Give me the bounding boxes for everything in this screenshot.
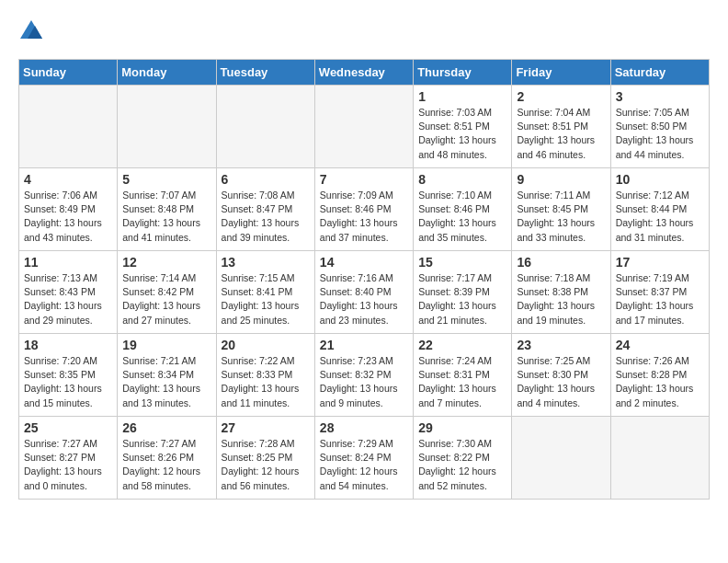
day-info: Sunrise: 7:14 AM Sunset: 8:42 PM Dayligh… bbox=[122, 271, 210, 327]
calendar-cell: 25Sunrise: 7:27 AM Sunset: 8:27 PM Dayli… bbox=[19, 417, 118, 500]
day-number: 16 bbox=[517, 255, 605, 270]
day-info: Sunrise: 7:10 AM Sunset: 8:46 PM Dayligh… bbox=[418, 189, 506, 245]
day-info: Sunrise: 7:09 AM Sunset: 8:46 PM Dayligh… bbox=[320, 189, 408, 245]
calendar-week-1: 1Sunrise: 7:03 AM Sunset: 8:51 PM Daylig… bbox=[19, 86, 710, 168]
calendar-cell: 16Sunrise: 7:18 AM Sunset: 8:38 PM Dayli… bbox=[512, 251, 610, 334]
day-number: 24 bbox=[616, 338, 704, 352]
calendar-cell: 1Sunrise: 7:03 AM Sunset: 8:51 PM Daylig… bbox=[414, 86, 512, 168]
day-info: Sunrise: 7:26 AM Sunset: 8:28 PM Dayligh… bbox=[616, 354, 704, 410]
day-info: Sunrise: 7:27 AM Sunset: 8:27 PM Dayligh… bbox=[24, 437, 112, 493]
weekday-tuesday: Tuesday bbox=[216, 60, 314, 86]
calendar-cell: 22Sunrise: 7:24 AM Sunset: 8:31 PM Dayli… bbox=[414, 334, 512, 417]
calendar-cell bbox=[118, 86, 216, 168]
calendar-cell: 12Sunrise: 7:14 AM Sunset: 8:42 PM Dayli… bbox=[118, 251, 216, 334]
day-info: Sunrise: 7:28 AM Sunset: 8:25 PM Dayligh… bbox=[222, 437, 310, 493]
calendar-cell: 20Sunrise: 7:22 AM Sunset: 8:33 PM Dayli… bbox=[216, 334, 314, 417]
day-number: 21 bbox=[320, 338, 408, 352]
weekday-sunday: Sunday bbox=[19, 60, 118, 86]
weekday-friday: Friday bbox=[512, 60, 610, 86]
calendar-week-3: 11Sunrise: 7:13 AM Sunset: 8:43 PM Dayli… bbox=[19, 251, 710, 334]
calendar-cell bbox=[19, 86, 118, 168]
day-info: Sunrise: 7:06 AM Sunset: 8:49 PM Dayligh… bbox=[24, 189, 112, 245]
day-number: 28 bbox=[320, 420, 408, 435]
calendar-cell: 9Sunrise: 7:11 AM Sunset: 8:45 PM Daylig… bbox=[512, 168, 610, 251]
day-info: Sunrise: 7:17 AM Sunset: 8:39 PM Dayligh… bbox=[418, 271, 506, 327]
day-number: 23 bbox=[517, 338, 605, 352]
calendar-cell: 4Sunrise: 7:06 AM Sunset: 8:49 PM Daylig… bbox=[19, 168, 118, 251]
day-info: Sunrise: 7:30 AM Sunset: 8:22 PM Dayligh… bbox=[418, 437, 506, 493]
day-number: 1 bbox=[418, 89, 506, 104]
weekday-saturday: Saturday bbox=[610, 60, 709, 86]
day-number: 15 bbox=[418, 255, 506, 270]
calendar-cell: 27Sunrise: 7:28 AM Sunset: 8:25 PM Dayli… bbox=[216, 417, 314, 500]
calendar-cell: 19Sunrise: 7:21 AM Sunset: 8:34 PM Dayli… bbox=[118, 334, 216, 417]
calendar-cell: 23Sunrise: 7:25 AM Sunset: 8:30 PM Dayli… bbox=[512, 334, 610, 417]
day-info: Sunrise: 7:11 AM Sunset: 8:45 PM Dayligh… bbox=[517, 189, 605, 245]
calendar-cell bbox=[512, 417, 610, 500]
calendar-cell: 3Sunrise: 7:05 AM Sunset: 8:50 PM Daylig… bbox=[610, 86, 709, 168]
day-number: 8 bbox=[418, 172, 506, 187]
calendar-cell: 5Sunrise: 7:07 AM Sunset: 8:48 PM Daylig… bbox=[118, 168, 216, 251]
calendar-cell: 28Sunrise: 7:29 AM Sunset: 8:24 PM Dayli… bbox=[314, 417, 413, 500]
day-number: 20 bbox=[222, 338, 310, 352]
calendar-week-2: 4Sunrise: 7:06 AM Sunset: 8:49 PM Daylig… bbox=[19, 168, 710, 251]
day-number: 6 bbox=[222, 172, 310, 187]
calendar-cell: 14Sunrise: 7:16 AM Sunset: 8:40 PM Dayli… bbox=[314, 251, 413, 334]
day-info: Sunrise: 7:19 AM Sunset: 8:37 PM Dayligh… bbox=[616, 271, 704, 327]
day-number: 3 bbox=[616, 89, 704, 104]
calendar-cell: 26Sunrise: 7:27 AM Sunset: 8:26 PM Dayli… bbox=[118, 417, 216, 500]
logo bbox=[18, 18, 48, 44]
logo-icon bbox=[18, 18, 44, 44]
calendar-cell bbox=[610, 417, 709, 500]
calendar-cell bbox=[314, 86, 413, 168]
calendar-cell: 24Sunrise: 7:26 AM Sunset: 8:28 PM Dayli… bbox=[610, 334, 709, 417]
calendar-cell bbox=[216, 86, 314, 168]
day-number: 12 bbox=[122, 255, 210, 270]
day-number: 13 bbox=[222, 255, 310, 270]
day-number: 11 bbox=[24, 255, 112, 270]
day-number: 17 bbox=[616, 255, 704, 270]
day-info: Sunrise: 7:16 AM Sunset: 8:40 PM Dayligh… bbox=[320, 271, 408, 327]
day-info: Sunrise: 7:05 AM Sunset: 8:50 PM Dayligh… bbox=[616, 106, 704, 162]
calendar-cell: 11Sunrise: 7:13 AM Sunset: 8:43 PM Dayli… bbox=[19, 251, 118, 334]
day-info: Sunrise: 7:29 AM Sunset: 8:24 PM Dayligh… bbox=[320, 437, 408, 493]
day-number: 18 bbox=[24, 338, 112, 352]
day-number: 26 bbox=[122, 420, 210, 435]
day-number: 10 bbox=[616, 172, 704, 187]
calendar-cell: 10Sunrise: 7:12 AM Sunset: 8:44 PM Dayli… bbox=[610, 168, 709, 251]
day-info: Sunrise: 7:25 AM Sunset: 8:30 PM Dayligh… bbox=[517, 354, 605, 410]
calendar-week-4: 18Sunrise: 7:20 AM Sunset: 8:35 PM Dayli… bbox=[19, 334, 710, 417]
calendar-cell: 2Sunrise: 7:04 AM Sunset: 8:51 PM Daylig… bbox=[512, 86, 610, 168]
day-number: 4 bbox=[24, 172, 112, 187]
calendar-cell: 15Sunrise: 7:17 AM Sunset: 8:39 PM Dayli… bbox=[414, 251, 512, 334]
calendar-cell: 6Sunrise: 7:08 AM Sunset: 8:47 PM Daylig… bbox=[216, 168, 314, 251]
calendar-cell: 18Sunrise: 7:20 AM Sunset: 8:35 PM Dayli… bbox=[19, 334, 118, 417]
day-info: Sunrise: 7:03 AM Sunset: 8:51 PM Dayligh… bbox=[418, 106, 506, 162]
day-info: Sunrise: 7:22 AM Sunset: 8:33 PM Dayligh… bbox=[222, 354, 310, 410]
day-number: 25 bbox=[24, 420, 112, 435]
calendar-cell: 7Sunrise: 7:09 AM Sunset: 8:46 PM Daylig… bbox=[314, 168, 413, 251]
calendar-week-5: 25Sunrise: 7:27 AM Sunset: 8:27 PM Dayli… bbox=[19, 417, 710, 500]
day-number: 9 bbox=[517, 172, 605, 187]
calendar-table: SundayMondayTuesdayWednesdayThursdayFrid… bbox=[18, 59, 710, 500]
calendar-cell: 29Sunrise: 7:30 AM Sunset: 8:22 PM Dayli… bbox=[414, 417, 512, 500]
day-number: 19 bbox=[122, 338, 210, 352]
day-number: 22 bbox=[418, 338, 506, 352]
weekday-monday: Monday bbox=[118, 60, 216, 86]
day-info: Sunrise: 7:20 AM Sunset: 8:35 PM Dayligh… bbox=[24, 354, 112, 410]
day-number: 2 bbox=[517, 89, 605, 104]
day-number: 7 bbox=[320, 172, 408, 187]
calendar-cell: 13Sunrise: 7:15 AM Sunset: 8:41 PM Dayli… bbox=[216, 251, 314, 334]
calendar-cell: 21Sunrise: 7:23 AM Sunset: 8:32 PM Dayli… bbox=[314, 334, 413, 417]
day-info: Sunrise: 7:07 AM Sunset: 8:48 PM Dayligh… bbox=[122, 189, 210, 245]
calendar-cell: 8Sunrise: 7:10 AM Sunset: 8:46 PM Daylig… bbox=[414, 168, 512, 251]
day-number: 5 bbox=[122, 172, 210, 187]
day-info: Sunrise: 7:13 AM Sunset: 8:43 PM Dayligh… bbox=[24, 271, 112, 327]
day-number: 14 bbox=[320, 255, 408, 270]
day-info: Sunrise: 7:27 AM Sunset: 8:26 PM Dayligh… bbox=[122, 437, 210, 493]
day-info: Sunrise: 7:24 AM Sunset: 8:31 PM Dayligh… bbox=[418, 354, 506, 410]
day-info: Sunrise: 7:18 AM Sunset: 8:38 PM Dayligh… bbox=[517, 271, 605, 327]
day-number: 27 bbox=[222, 420, 310, 435]
day-info: Sunrise: 7:23 AM Sunset: 8:32 PM Dayligh… bbox=[320, 354, 408, 410]
weekday-wednesday: Wednesday bbox=[314, 60, 413, 86]
